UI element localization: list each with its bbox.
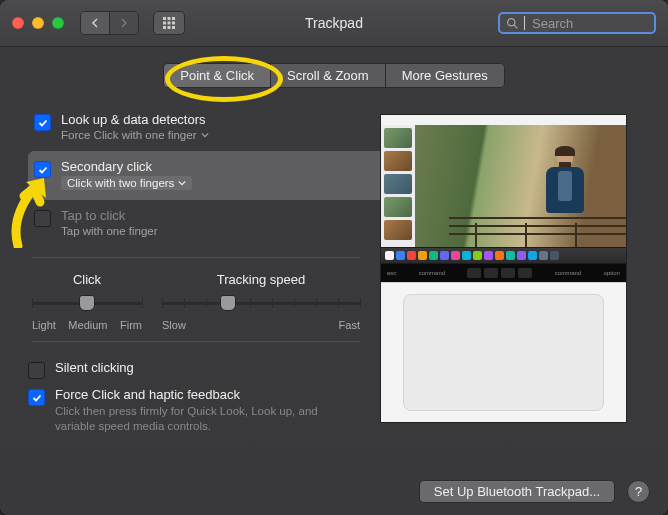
- slider-knob[interactable]: [220, 295, 236, 311]
- footer: Set Up Bluetooth Trackpad... ?: [419, 480, 650, 503]
- tab-more-gestures[interactable]: More Gestures: [386, 64, 504, 87]
- zoom-button[interactable]: [52, 17, 64, 29]
- option-lookup-label: Look up & data detectors: [61, 112, 209, 127]
- search-icon: [506, 17, 519, 30]
- check-icon: [38, 165, 48, 175]
- option-force-click[interactable]: Force Click and haptic feedback Click th…: [28, 383, 364, 438]
- silent-label: Silent clicking: [55, 360, 134, 375]
- chevron-down-icon: [201, 131, 209, 139]
- nav-segment: [80, 11, 139, 35]
- svg-rect-4: [168, 22, 171, 25]
- speed-slider-label: Tracking speed: [217, 272, 305, 287]
- svg-rect-6: [163, 26, 166, 29]
- svg-rect-3: [163, 22, 166, 25]
- force-label: Force Click and haptic feedback: [55, 387, 355, 402]
- traffic-lights: [12, 17, 64, 29]
- option-secondary-sub[interactable]: Click with two fingers: [61, 176, 192, 190]
- titlebar: Trackpad: [0, 0, 668, 47]
- option-secondary-label: Secondary click: [61, 159, 192, 174]
- tab-scroll-zoom[interactable]: Scroll & Zoom: [271, 64, 386, 87]
- svg-rect-5: [172, 22, 175, 25]
- option-tap-to-click[interactable]: Tap to click Tap with one finger: [28, 200, 364, 247]
- bluetooth-trackpad-button[interactable]: Set Up Bluetooth Trackpad...: [419, 480, 615, 503]
- text-caret: [524, 16, 525, 30]
- option-tap-label: Tap to click: [61, 208, 158, 223]
- svg-rect-2: [172, 17, 175, 20]
- svg-rect-0: [163, 17, 166, 20]
- option-tap-sub: Tap with one finger: [61, 225, 158, 237]
- minimize-button[interactable]: [32, 17, 44, 29]
- preview-trackpad-surface: [403, 294, 604, 411]
- click-slider[interactable]: [32, 293, 142, 313]
- speed-slider-block: Tracking speed Slow Fast: [162, 272, 360, 331]
- trackpad-preview: esc command command option: [380, 114, 627, 423]
- preview-column: esc command command option: [380, 104, 640, 438]
- preview-touchbar: esc command command option: [381, 263, 626, 282]
- chevron-left-icon: [90, 18, 100, 28]
- content-area: Look up & data detectors Force Click wit…: [0, 88, 668, 438]
- tick-label: Slow: [162, 319, 186, 331]
- checkbox-secondary[interactable]: [34, 161, 51, 178]
- checkbox-silent[interactable]: [28, 362, 45, 379]
- preview-dock: [381, 247, 626, 263]
- show-all-button[interactable]: [153, 11, 185, 35]
- preferences-window: Trackpad Point & Click Scroll & Zoom Mor…: [0, 0, 668, 515]
- preview-screen: [381, 115, 626, 247]
- svg-rect-7: [168, 26, 171, 29]
- separator: [32, 257, 360, 258]
- svg-rect-8: [172, 26, 175, 29]
- tick-label: Light: [32, 319, 56, 331]
- tab-point-click[interactable]: Point & Click: [164, 64, 271, 87]
- svg-rect-1: [168, 17, 171, 20]
- close-button[interactable]: [12, 17, 24, 29]
- tick-label: Firm: [120, 319, 142, 331]
- grid-icon: [162, 16, 176, 30]
- option-lookup[interactable]: Look up & data detectors Force Click wit…: [28, 104, 364, 151]
- search-input[interactable]: [530, 15, 648, 32]
- slider-knob[interactable]: [79, 295, 95, 311]
- back-button[interactable]: [81, 12, 110, 34]
- option-silent-clicking[interactable]: Silent clicking: [28, 356, 364, 383]
- separator: [32, 341, 360, 342]
- svg-line-10: [514, 25, 517, 28]
- check-icon: [38, 118, 48, 128]
- click-slider-label: Click: [73, 272, 101, 287]
- option-lookup-sub[interactable]: Force Click with one finger: [61, 129, 209, 141]
- tick-label: Fast: [339, 319, 360, 331]
- preview-trackpad-body: [381, 282, 626, 422]
- checkbox-tap[interactable]: [34, 210, 51, 227]
- option-secondary-click[interactable]: Secondary click Click with two fingers: [28, 151, 386, 200]
- options-column: Look up & data detectors Force Click wit…: [28, 104, 364, 438]
- search-field[interactable]: [498, 12, 656, 34]
- tab-bar: Point & Click Scroll & Zoom More Gesture…: [0, 63, 668, 88]
- checkbox-lookup[interactable]: [34, 114, 51, 131]
- sliders-row: Click Light Medium Firm Tracking speed: [28, 272, 364, 331]
- help-button[interactable]: ?: [627, 480, 650, 503]
- tick-label: Medium: [68, 319, 107, 331]
- chevron-down-icon: [178, 179, 186, 187]
- chevron-right-icon: [119, 18, 129, 28]
- speed-slider[interactable]: [162, 293, 360, 313]
- svg-point-9: [508, 18, 515, 25]
- forward-button[interactable]: [110, 12, 138, 34]
- check-icon: [32, 393, 42, 403]
- checkbox-force[interactable]: [28, 389, 45, 406]
- click-slider-block: Click Light Medium Firm: [32, 272, 142, 331]
- force-sub: Click then press firmly for Quick Look, …: [55, 404, 355, 434]
